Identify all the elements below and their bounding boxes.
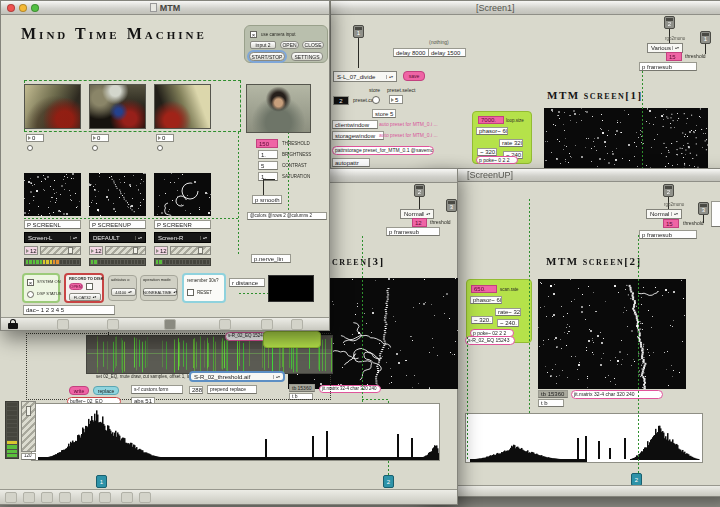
toolbar-icon[interactable] [5,492,17,503]
operation-menu[interactable]: NONREALTIME▴▾ [143,288,177,296]
loop-panel: 650. scan.rate phasor~ 60 rate~ 320. ~ 3… [466,279,532,343]
bang-button[interactable] [372,96,380,104]
outlet-badge: 1 [96,475,107,488]
cam-numbox-2[interactable]: 0 [91,134,109,142]
screen-menu-1[interactable]: Screen-L▴▾ [24,232,81,243]
slider-numbox-2[interactable]: 122 [89,246,103,255]
camera-checkbox[interactable]: × [250,31,257,38]
titlebar-screen1[interactable]: [Screen1] [331,1,720,15]
dsp-status-toggle[interactable] [27,291,34,298]
threshold-numbox[interactable]: 12 [412,218,427,227]
zoom-button[interactable] [31,4,39,12]
threshold-numbox[interactable]: 15 [663,219,679,228]
close-button[interactable] [7,4,15,12]
inlet-badge: 2 [664,16,675,29]
toolbar-icon[interactable] [164,319,176,330]
toolbar-icon[interactable] [107,319,119,330]
toolbar-icon[interactable] [41,492,53,503]
trigger-numbox[interactable]: tb 15360 [538,390,568,398]
autopattr-object: autopattr [332,158,370,167]
settings-button[interactable]: SETTINGS [291,52,323,61]
send-message[interactable]: s-R_02_EQ 15243 [465,336,515,345]
jit-matrix-message[interactable]: jit.matrix 32-4 char 320 240 [571,390,663,399]
toolbar-icon[interactable] [99,492,111,503]
threshold-label: THRESHOLD [282,141,310,146]
lock-icon[interactable] [8,319,18,329]
minimize-button[interactable] [19,4,27,12]
gain-value[interactable]: 120 [21,453,36,460]
close-camera-button[interactable]: CLOSE [302,41,324,49]
titlebar-mtm[interactable]: MTM [1,1,329,15]
contrast-numbox[interactable]: 5 [258,161,278,170]
phasor-object: phasor~ 60 [470,296,502,304]
format-menu[interactable]: FLOAT32▴▾ [69,293,101,301]
toolbar-icon[interactable] [139,492,151,503]
record-open-button[interactable]: OPEN [69,283,83,290]
store-message[interactable]: store 5 [372,109,396,118]
start-stop-button[interactable]: START/STOP [249,52,285,61]
hslider-3[interactable] [170,246,211,255]
patcher-toolbar [1,317,329,330]
replace-button[interactable]: replace [93,386,119,395]
toolbar-icon[interactable] [261,319,273,330]
record-checkbox[interactable] [86,283,93,290]
window-screenup: [ScreenUP] 2 rgb2mono Normal▴▾ 3 15 thre… [420,168,720,497]
inlet-badge: 2 [414,184,425,197]
toolbar-icon[interactable] [23,492,35,503]
cam-toggle-1[interactable] [27,145,33,151]
gain-slider-vertical[interactable] [21,401,36,452]
loop-panel: 7000. loop.size phasor~ 60 rate 320 ~ 32… [472,111,532,164]
patch-cord-dashed [642,71,643,169]
buffer-file-menu[interactable]: S-R_02_threshold.aif▴▾ [189,371,285,382]
slider-numbox-3[interactable]: 122 [154,246,168,255]
screen-menu-3[interactable]: Screen-R▴▾ [154,232,211,243]
screen-menu-2[interactable]: DEFAULT▴▾ [89,232,146,243]
send-message[interactable]: s-R_02_EQ 15243 [225,332,267,341]
toolbar-icon[interactable] [291,319,303,330]
toolbar-icon[interactable] [81,492,93,503]
open-button[interactable]: OPEN [280,41,299,49]
toolbar-icon[interactable] [59,492,71,503]
slider-handle[interactable] [198,247,203,254]
slider-handle[interactable] [68,247,73,254]
hslider-2[interactable] [105,246,146,255]
patcher-toolbar [0,489,457,504]
sig-object: ~ 320. [477,148,497,156]
store-numbox[interactable]: 5 [389,95,403,104]
samplerate-menu[interactable]: 44100▴▾ [111,288,136,296]
saturation-label: SATURATION [282,174,310,179]
cam-numbox-1[interactable]: 0 [26,134,44,142]
colors-message[interactable]: @colors @rows 2 @columns 2 [247,212,327,220]
write-button[interactable]: write [69,386,89,395]
camera-device-menu[interactable]: input 2 [250,41,276,49]
toolbar-icon[interactable] [57,319,69,330]
system-on-checkbox[interactable]: × [27,279,34,286]
preview-pwindow [268,275,314,302]
divide-menu[interactable]: S-L_07_divide▴▾ [333,71,397,82]
slider-numbox-1[interactable]: 122 [24,246,38,255]
cam-toggle-2[interactable] [92,145,98,151]
loop-size-numbox[interactable]: 7000. [478,116,504,124]
reset-checkbox[interactable] [187,289,194,296]
noise-display-screen2 [538,279,686,389]
pattrstorage-message[interactable]: pattrstorage preset_for_MTM_0.1 @savemod… [332,146,434,155]
threshold-numbox[interactable]: 15 [666,52,682,61]
threshold-numbox[interactable]: 150 [256,139,278,148]
scan-rate-label: scan.rate [500,287,519,292]
save-button[interactable]: save [403,71,425,81]
poke-object: p poke~ 0 2 2 [476,156,518,164]
window-title: [Screen1] [476,3,515,13]
numbox-288[interactable]: 288 [189,386,203,394]
toolbar-icon[interactable] [121,492,133,503]
brightness-numbox[interactable]: 1. [258,150,278,159]
slider-handle[interactable] [133,247,138,254]
scan-rate-numbox[interactable]: 650. [471,285,497,293]
titlebar-screenup[interactable]: [ScreenUP] [421,169,720,182]
slider-handle[interactable] [26,406,31,416]
toolbar-icon[interactable] [219,319,231,330]
cam-numbox-3[interactable]: 0 [156,134,174,142]
hslider-1[interactable] [40,246,81,255]
mode-menu[interactable]: Normal▴▾ [646,209,682,219]
cam-toggle-3[interactable] [157,145,163,151]
dac-object: dac~ 1 2 3 4 5 [23,305,115,315]
